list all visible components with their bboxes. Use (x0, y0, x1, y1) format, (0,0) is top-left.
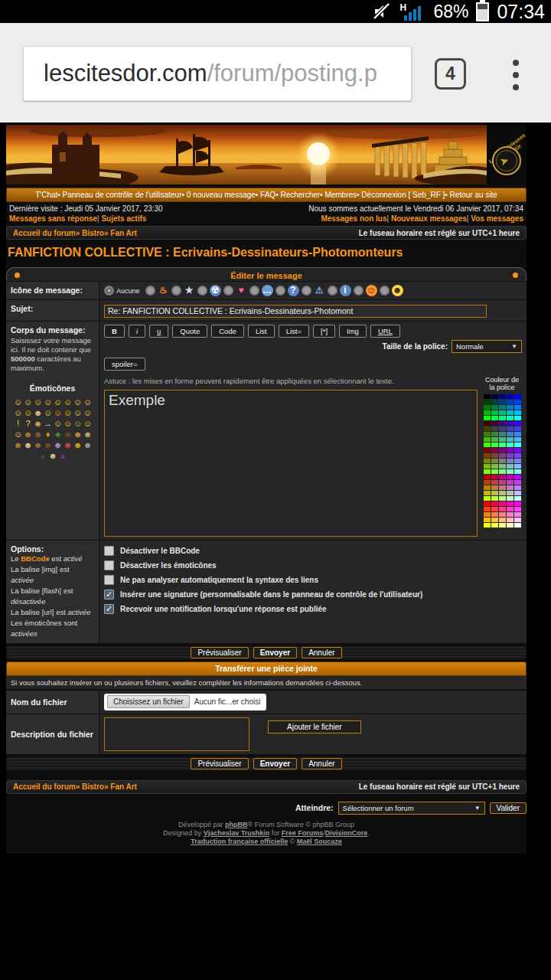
palette-swatch[interactable] (491, 453, 498, 458)
footer-link[interactable]: Maël Soucaze (297, 838, 342, 845)
message-icon[interactable]: ♨ (158, 285, 169, 296)
palette-swatch[interactable] (514, 518, 521, 522)
message-icon-radio[interactable] (197, 286, 207, 296)
message-icon[interactable]: i (340, 285, 351, 296)
palette-swatch[interactable] (491, 459, 498, 463)
palette-swatch[interactable] (514, 507, 521, 511)
emoticon[interactable]: ☻ (24, 430, 33, 439)
palette-swatch[interactable] (507, 448, 514, 452)
palette-swatch[interactable] (499, 426, 506, 431)
palette-swatch[interactable] (507, 432, 514, 436)
palette-swatch[interactable] (507, 410, 514, 415)
palette-swatch[interactable] (491, 416, 498, 420)
palette-swatch[interactable] (484, 443, 491, 447)
emoticon[interactable]: ☺ (83, 419, 93, 429)
palette-swatch[interactable] (514, 475, 521, 479)
palette-swatch[interactable] (484, 523, 491, 528)
breadcrumb-item[interactable]: Bistro (76, 229, 104, 237)
palette-swatch[interactable] (514, 464, 521, 469)
palette-swatch[interactable] (514, 512, 521, 517)
message-icon-radio[interactable] (354, 286, 364, 296)
message-icon-radio[interactable] (171, 286, 181, 296)
palette-swatch[interactable] (499, 475, 506, 479)
emoticon[interactable]: ☺ (14, 397, 23, 407)
palette-swatch[interactable] (491, 491, 498, 495)
emoticon[interactable]: ☺ (44, 397, 53, 407)
message-icon[interactable]: ★ (184, 285, 195, 296)
emoticon[interactable]: ☻ (48, 451, 57, 461)
palette-swatch[interactable] (507, 485, 514, 490)
emoticon[interactable]: ♣ (54, 430, 63, 439)
palette-swatch[interactable] (514, 459, 521, 463)
navbar-link[interactable]: T'Chat (35, 191, 57, 199)
emoticon[interactable]: ☻ (73, 430, 83, 439)
breadcrumb-item[interactable]: Accueil du forum (13, 229, 76, 237)
palette-swatch[interactable] (491, 518, 498, 522)
palette-swatch[interactable] (514, 523, 521, 528)
footer-link[interactable]: Free Forums (282, 829, 324, 837)
palette-swatch[interactable] (507, 480, 514, 485)
quick-link[interactable]: Nouveaux messages (387, 214, 467, 223)
bbcode-button[interactable]: i (129, 325, 145, 338)
emoticon[interactable]: ☻ (64, 440, 73, 450)
file-input[interactable]: Choisissez un fichier Aucun fic...er cho… (104, 694, 266, 710)
palette-swatch[interactable] (514, 443, 521, 447)
palette-swatch[interactable] (484, 518, 491, 522)
forum-select[interactable]: Sélectionner un forum▼ (338, 802, 485, 815)
emoticon[interactable]: ☺ (73, 419, 83, 429)
palette-swatch[interactable] (491, 432, 498, 436)
palette-swatch[interactable] (507, 501, 514, 506)
palette-swatch[interactable] (499, 464, 506, 469)
quick-link[interactable]: Vos messages (467, 214, 523, 223)
palette-swatch[interactable] (484, 501, 491, 506)
palette-swatch[interactable] (514, 405, 521, 410)
palette-swatch[interactable] (491, 443, 498, 447)
palette-swatch[interactable] (484, 437, 491, 442)
message-icon-radio[interactable] (145, 286, 155, 296)
message-icon-radio[interactable] (276, 286, 285, 296)
palette-swatch[interactable] (491, 507, 498, 511)
palette-swatch[interactable] (499, 432, 506, 436)
palette-swatch[interactable] (491, 480, 498, 485)
bbcode-button[interactable]: Img (339, 325, 367, 338)
breadcrumb-item[interactable]: Fan Art (104, 782, 137, 791)
breadcrumb-item[interactable]: Accueil du forum (13, 782, 76, 791)
message-icon-radio[interactable] (328, 286, 337, 296)
palette-swatch[interactable] (499, 459, 506, 463)
palette-swatch[interactable] (491, 464, 498, 469)
palette-swatch[interactable] (491, 426, 498, 431)
emoticon[interactable]: ☻ (83, 430, 93, 439)
emoticon[interactable]: ☺ (64, 397, 73, 407)
emoticon[interactable]: ☺ (34, 397, 43, 407)
palette-swatch[interactable] (484, 475, 491, 479)
palette-swatch[interactable] (499, 469, 506, 474)
palette-swatch[interactable] (499, 512, 506, 517)
palette-swatch[interactable] (484, 496, 491, 501)
quick-link[interactable]: Messages sans réponse (9, 214, 97, 223)
breadcrumb-item[interactable]: Bistro (76, 782, 104, 791)
navbar-link[interactable]: Rechercher (276, 191, 320, 199)
emoticon[interactable]: ☺ (14, 430, 23, 439)
send-button[interactable]: Envoyer (253, 647, 297, 658)
palette-swatch[interactable] (491, 475, 498, 479)
emoticon[interactable]: ☺ (14, 408, 23, 418)
emoticon[interactable]: ☻ (73, 440, 83, 450)
subject-input[interactable] (104, 305, 487, 318)
navbar-link[interactable]: Panneau de contrôle de l'utilisateur (57, 191, 181, 199)
palette-swatch[interactable] (514, 437, 521, 442)
palette-swatch[interactable] (484, 512, 491, 517)
palette-swatch[interactable] (484, 421, 491, 426)
palette-swatch[interactable] (484, 448, 491, 452)
footer-link[interactable]: Vjacheslav Trushkin (204, 829, 270, 837)
palette-swatch[interactable] (507, 469, 514, 474)
palette-swatch[interactable] (491, 437, 498, 442)
checkbox[interactable] (104, 575, 114, 585)
footer-link[interactable]: DivisionCore (325, 829, 368, 837)
palette-swatch[interactable] (499, 518, 506, 522)
palette-swatch[interactable] (499, 421, 506, 426)
palette-swatch[interactable] (507, 405, 514, 410)
palette-swatch[interactable] (484, 485, 491, 490)
emoticon[interactable]: ♦ (44, 430, 53, 439)
emoticon[interactable]: ☻ (34, 430, 43, 439)
emoticon[interactable]: ☻ (14, 440, 23, 450)
